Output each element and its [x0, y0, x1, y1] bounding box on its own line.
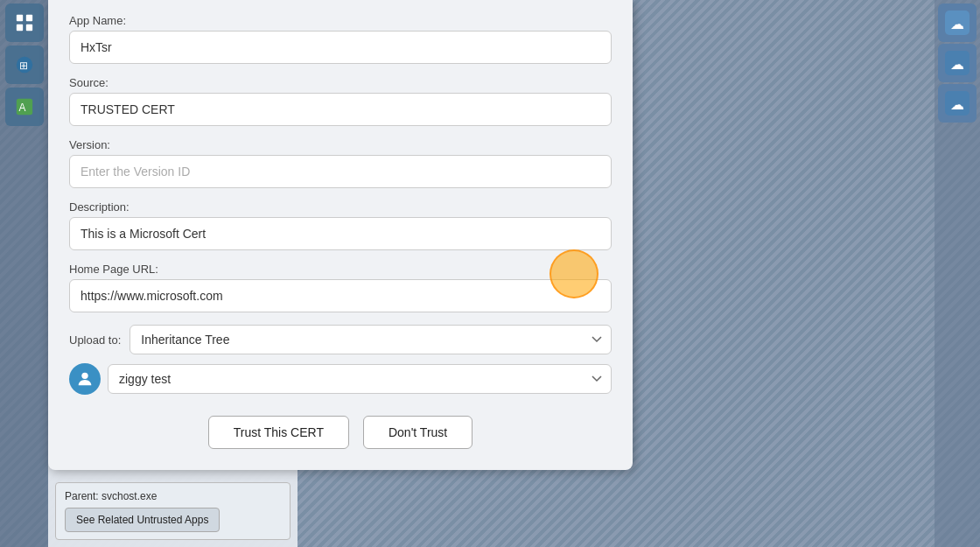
parent-box: Parent: svchost.exe See Related Untruste…: [55, 482, 290, 540]
homepage-label: Home Page URL:: [69, 263, 612, 276]
left-icon-grid[interactable]: [5, 4, 44, 42]
dont-trust-button[interactable]: Don't Trust: [363, 416, 472, 449]
svg-text:A: A: [18, 102, 25, 114]
upload-label: Upload to:: [69, 333, 121, 347]
user-select-row: ziggy test admin: [69, 363, 612, 395]
source-group: Source:: [69, 76, 612, 126]
description-group: Description:: [69, 200, 612, 250]
svg-point-14: [81, 373, 88, 379]
svg-rect-6: [16, 15, 22, 21]
upload-row: Upload to: Inheritance Tree Other Locati…: [69, 325, 612, 354]
version-input[interactable]: [69, 155, 612, 188]
svg-text:☁: ☁: [950, 97, 964, 112]
svg-text:⊞: ⊞: [18, 60, 27, 72]
version-label: Version:: [69, 138, 612, 151]
sidebar-icon-3[interactable]: ☁: [938, 84, 976, 123]
left-icon-app[interactable]: A: [5, 88, 44, 126]
version-group: Version:: [69, 138, 612, 188]
modal-dialog: App Name: Source: Version: Description: …: [48, 0, 633, 470]
svg-text:☁: ☁: [950, 17, 964, 32]
trust-cert-button[interactable]: Trust This CERT: [208, 416, 349, 449]
svg-rect-8: [16, 25, 22, 31]
user-select[interactable]: ziggy test admin: [108, 364, 612, 394]
app-name-input[interactable]: [69, 31, 612, 64]
source-label: Source:: [69, 76, 612, 89]
description-label: Description:: [69, 200, 612, 214]
description-input[interactable]: [69, 217, 612, 250]
sidebar-icon-2[interactable]: ☁: [938, 44, 976, 82]
app-name-group: App Name:: [69, 14, 612, 64]
left-panel: ⊞ A: [0, 0, 48, 547]
svg-rect-7: [25, 15, 32, 21]
homepage-group: Home Page URL:: [69, 263, 612, 312]
svg-rect-9: [25, 25, 32, 31]
sidebar-icon-1[interactable]: ☁: [938, 4, 976, 42]
source-input[interactable]: [69, 93, 612, 126]
user-avatar: [69, 363, 101, 395]
upload-select[interactable]: Inheritance Tree Other Location: [130, 325, 612, 354]
parent-label: Parent: svchost.exe: [65, 490, 281, 502]
svg-text:☁: ☁: [950, 57, 964, 72]
left-icon-windows[interactable]: ⊞: [5, 46, 44, 84]
sidebar-right: ☁ ☁ ☁: [934, 0, 980, 547]
app-name-label: App Name:: [69, 14, 612, 27]
homepage-input[interactable]: [69, 279, 612, 312]
button-row: Trust This CERT Don't Trust: [69, 416, 612, 449]
see-related-button[interactable]: See Related Untrusted Apps: [65, 508, 220, 532]
